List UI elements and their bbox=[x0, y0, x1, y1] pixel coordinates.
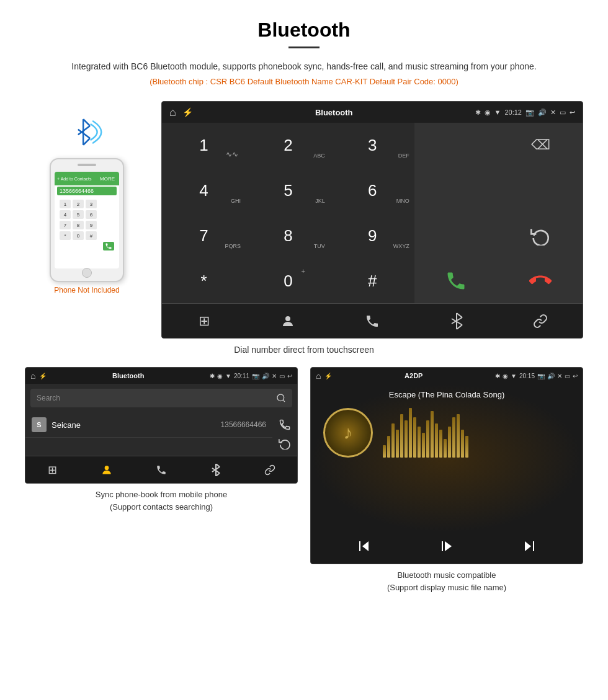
pb-link-nav-icon bbox=[264, 464, 275, 476]
dial-cell-empty-4 bbox=[414, 213, 498, 258]
dial-key-8[interactable]: 8 TUV bbox=[246, 213, 330, 258]
pb-status-bar: ⌂ ⚡ Bluetooth ✱ ◉ ▼ 20:11 📷 🔊 ✕ ▭ ↩ bbox=[25, 368, 297, 384]
music-close-icon[interactable]: ✕ bbox=[557, 373, 562, 379]
svg-point-12 bbox=[105, 466, 109, 470]
bluetooth-icon-area bbox=[71, 113, 102, 153]
car-dialpad-screen: ⌂ ⚡ Bluetooth ✱ ◉ ▼ 20:12 📷 🔊 ✕ ▭ ↩ bbox=[161, 101, 583, 339]
dial-key-star[interactable]: * bbox=[162, 259, 246, 303]
pb-sync-icon[interactable] bbox=[279, 437, 291, 450]
pb-app-name: Bluetooth bbox=[112, 372, 144, 379]
dial-key-6[interactable]: 6 MNO bbox=[331, 168, 414, 213]
backspace-button[interactable]: ⌫ bbox=[499, 123, 583, 167]
nav-dialpad-button[interactable]: ⊞ bbox=[162, 304, 246, 338]
dial-cell-empty-1 bbox=[414, 123, 498, 167]
end-call-button[interactable] bbox=[499, 259, 583, 303]
next-icon bbox=[522, 539, 537, 554]
phone-screen: + Add to Contacts MORE 13566664466 1 2 3 bbox=[55, 172, 119, 268]
page-title: Bluetooth bbox=[25, 19, 583, 42]
dial-key-3[interactable]: 3 DEF bbox=[331, 123, 414, 167]
svg-marker-22 bbox=[525, 541, 531, 551]
nav-contacts-button[interactable] bbox=[246, 304, 331, 338]
dial-key-9[interactable]: 9 WXYZ bbox=[331, 213, 414, 258]
music-home-icon[interactable]: ⌂ bbox=[316, 371, 321, 381]
pb-content: S Seicane 13566664466 bbox=[25, 412, 297, 456]
music-back-icon[interactable]: ↩ bbox=[573, 373, 578, 379]
title-divider bbox=[288, 47, 320, 48]
music-screen: ⌂ ⚡ A2DP ✱ ◉ ▼ 20:15 📷 🔊 ✕ ▭ ↩ bbox=[310, 367, 583, 564]
phone-mockup: + Add to Contacts MORE 13566664466 1 2 3 bbox=[50, 158, 124, 282]
music-controls bbox=[311, 533, 583, 564]
pb-search-bar[interactable]: Search bbox=[30, 389, 292, 407]
pb-call-icon[interactable] bbox=[279, 419, 291, 431]
pb-nav-phone[interactable] bbox=[134, 456, 189, 483]
main-screenshot-area: + Add to Contacts MORE 13566664466 1 2 3 bbox=[25, 101, 583, 339]
music-content: Escape (The Pina Colada Song) ♪ bbox=[311, 384, 583, 533]
call-button[interactable] bbox=[414, 259, 498, 303]
dial-cell-empty-2 bbox=[414, 168, 498, 213]
play-pause-button[interactable] bbox=[439, 539, 454, 557]
camera-icon: 📷 bbox=[525, 109, 534, 117]
bluetooth-status-icon: ✱ bbox=[475, 109, 481, 117]
pb-nav-contacts[interactable] bbox=[80, 456, 135, 483]
svg-marker-21 bbox=[445, 541, 452, 551]
pb-contact-row[interactable]: S Seicane 13566664466 bbox=[25, 412, 272, 438]
pb-back-icon[interactable]: ↩ bbox=[287, 373, 292, 379]
search-icon bbox=[276, 393, 286, 403]
pb-usb-icon: ⚡ bbox=[39, 373, 47, 379]
dial-key-2[interactable]: 2 ABC bbox=[246, 123, 330, 167]
dial-key-hash[interactable]: # bbox=[331, 259, 414, 303]
next-button[interactable] bbox=[522, 539, 537, 557]
music-album-area: ♪ bbox=[317, 408, 576, 458]
reload-icon bbox=[530, 226, 550, 246]
nav-link-button[interactable] bbox=[498, 304, 583, 338]
pb-contact-name: Seicane bbox=[51, 420, 221, 430]
pb-home-icon[interactable]: ⌂ bbox=[30, 371, 35, 381]
dial-cell-empty-3 bbox=[499, 168, 583, 213]
music-gps-icon: ◉ bbox=[503, 373, 508, 379]
dial-key-5[interactable]: 5 JKL bbox=[246, 168, 330, 213]
volume-icon: 🔊 bbox=[538, 109, 547, 117]
pb-nav-bt[interactable] bbox=[189, 456, 243, 483]
car-bottom-nav: ⊞ bbox=[162, 303, 583, 338]
svg-line-3 bbox=[83, 138, 90, 145]
main-caption: Dial number direct from touchscreen bbox=[25, 345, 583, 355]
music-note-icon: ♪ bbox=[344, 422, 353, 443]
phone-side: + Add to Contacts MORE 13566664466 1 2 3 bbox=[25, 113, 149, 295]
svg-point-5 bbox=[285, 316, 290, 321]
phonebook-caption: Sync phone-book from mobile phone (Suppo… bbox=[25, 489, 298, 513]
music-bt-icon: ✱ bbox=[495, 373, 500, 379]
svg-point-11 bbox=[277, 394, 284, 401]
music-equalizer bbox=[383, 408, 570, 458]
music-song-title: Escape (The Pina Colada Song) bbox=[389, 390, 504, 399]
pb-phone-nav-icon bbox=[156, 464, 167, 476]
usb-icon: ⚡ bbox=[182, 107, 193, 117]
dial-key-0[interactable]: 0 + bbox=[246, 259, 330, 303]
pb-bottom-nav: ⊞ bbox=[25, 456, 297, 483]
bluetooth-icon bbox=[71, 113, 102, 151]
pb-contact-number: 13566664466 bbox=[221, 420, 266, 429]
prev-button[interactable] bbox=[357, 539, 372, 557]
pb-signal-icon: ▼ bbox=[225, 373, 231, 379]
dial-key-4[interactable]: 4 GHI bbox=[162, 168, 246, 213]
close-icon[interactable]: ✕ bbox=[550, 109, 556, 117]
music-block: ⌂ ⚡ A2DP ✱ ◉ ▼ 20:15 📷 🔊 ✕ ▭ ↩ bbox=[310, 367, 583, 593]
nav-phone-button[interactable] bbox=[330, 304, 414, 338]
window-icon: ▭ bbox=[560, 109, 566, 117]
nav-bluetooth-button[interactable] bbox=[414, 304, 499, 338]
dial-key-1[interactable]: 1 ∿∿ bbox=[162, 123, 246, 167]
pb-bt-icon: ✱ bbox=[210, 373, 215, 379]
pb-nav-link[interactable] bbox=[243, 456, 297, 483]
pb-right-icons bbox=[272, 412, 297, 456]
pb-close-icon[interactable]: ✕ bbox=[272, 373, 277, 379]
back-icon[interactable]: ↩ bbox=[570, 109, 575, 117]
music-time: 20:15 bbox=[519, 373, 535, 379]
dial-key-7[interactable]: 7 PQRS bbox=[162, 213, 246, 258]
pb-cam-icon: 📷 bbox=[252, 373, 259, 379]
svg-line-1 bbox=[83, 120, 90, 126]
reload-button[interactable] bbox=[499, 213, 583, 258]
music-usb-icon: ⚡ bbox=[324, 373, 332, 379]
page-specs: (Bluetooth chip : CSR BC6 Default Blueto… bbox=[25, 77, 583, 86]
pb-nav-dialpad[interactable]: ⊞ bbox=[25, 456, 80, 483]
status-right: ✱ ◉ ▼ 20:12 📷 🔊 ✕ ▭ ↩ bbox=[475, 109, 575, 117]
home-icon[interactable]: ⌂ bbox=[169, 106, 176, 119]
